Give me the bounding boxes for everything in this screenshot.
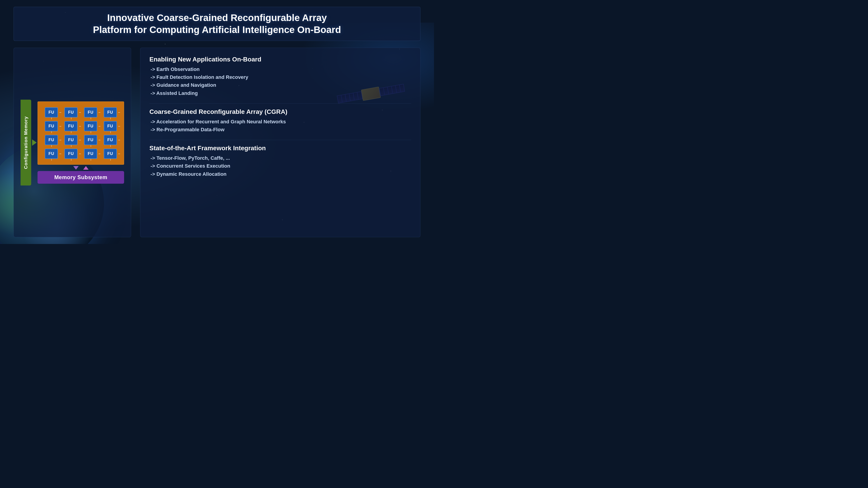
main-layout: Configuration Memory FU FU FU FU xyxy=(13,48,421,237)
section-framework-title: State-of-the-Art Framework Integration xyxy=(149,144,411,152)
fu-cell-2-0: FU xyxy=(41,133,61,147)
fu-cell-1-2: FU xyxy=(81,119,101,133)
fu-cell-3-0: FU xyxy=(41,147,61,161)
divider-1 xyxy=(149,103,411,104)
fu-box: FU xyxy=(64,149,78,159)
title-line2: Platform for Computing Artificial Intell… xyxy=(23,24,411,36)
app-item-2: -> Fault Detection Isolation and Recover… xyxy=(149,73,411,81)
app-item-3: -> Guidance and Navigation xyxy=(149,81,411,89)
divider-2 xyxy=(149,140,411,140)
fu-box: FU xyxy=(64,121,78,131)
arrow-up-icon xyxy=(83,166,89,170)
section-framework: State-of-the-Art Framework Integration -… xyxy=(149,144,411,178)
fu-box: FU xyxy=(104,149,117,159)
fu-grid-wrapper: FU FU FU FU FU FU FU FU FU FU xyxy=(37,101,124,165)
fu-cell-1-0: FU xyxy=(41,119,61,133)
fu-box: FU xyxy=(45,149,58,159)
memory-subsystem-label: Memory Subsystem xyxy=(37,171,124,184)
config-memory-label: Configuration Memory xyxy=(21,100,31,186)
config-arrow-right xyxy=(32,139,37,146)
fu-box: FU xyxy=(84,107,97,118)
fu-cell-0-2: FU xyxy=(81,105,101,119)
memory-arrows xyxy=(37,166,124,170)
fu-box: FU xyxy=(104,107,117,118)
title-line1: Innovative Coarse-Grained Reconfigurable… xyxy=(23,12,411,24)
cgra-item-2: -> Re-Programmable Data-Flow xyxy=(149,126,411,133)
main-title: Innovative Coarse-Grained Reconfigurable… xyxy=(23,12,411,36)
cgra-item-1: -> Acceleration for Recurrent and Graph … xyxy=(149,118,411,126)
fu-box: FU xyxy=(45,135,58,145)
fu-box: FU xyxy=(45,107,58,118)
fu-cell-1-1: FU xyxy=(61,119,81,133)
fu-cell-0-3: FU xyxy=(100,105,120,119)
section-cgra: Coarse-Grained Reconfigurable Array (CGR… xyxy=(149,108,411,133)
framework-item-2: -> Concurrent Services Execution xyxy=(149,162,411,170)
fu-cell-0-0: FU xyxy=(41,105,61,119)
fu-grid: FU FU FU FU FU FU FU FU FU FU xyxy=(41,105,120,161)
fu-cell-2-2: FU xyxy=(81,133,101,147)
fu-box: FU xyxy=(104,121,117,131)
fu-cell-3-1: FU xyxy=(61,147,81,161)
section-applications: Enabling New Applications On-Board -> Ea… xyxy=(149,56,411,97)
fu-cell-2-1: FU xyxy=(61,133,81,147)
fu-cell-2-3: FU xyxy=(100,133,120,147)
cgra-diagram: Configuration Memory FU FU FU FU xyxy=(21,100,124,186)
fu-box: FU xyxy=(104,135,117,145)
fu-cell-0-1: FU xyxy=(61,105,81,119)
fu-container: FU FU FU FU FU FU FU FU FU FU xyxy=(37,101,124,184)
framework-item-1: -> Tensor-Flow, PyTorch, Caffe, ... xyxy=(149,154,411,162)
section-applications-title: Enabling New Applications On-Board xyxy=(149,56,411,63)
section-cgra-title: Coarse-Grained Reconfigurable Array (CGR… xyxy=(149,108,411,116)
title-bar: Innovative Coarse-Grained Reconfigurable… xyxy=(13,7,421,41)
arrow-down-icon xyxy=(73,166,79,170)
fu-box: FU xyxy=(45,121,58,131)
app-item-4: -> Assisted Landing xyxy=(149,89,411,97)
fu-cell-3-2: FU xyxy=(81,147,101,161)
cgra-diagram-panel: Configuration Memory FU FU FU FU xyxy=(13,48,131,237)
fu-box: FU xyxy=(84,149,97,159)
main-content: Innovative Coarse-Grained Reconfigurable… xyxy=(0,0,434,244)
right-panel: Enabling New Applications On-Board -> Ea… xyxy=(140,48,421,237)
fu-box: FU xyxy=(84,135,97,145)
fu-box: FU xyxy=(64,135,78,145)
fu-cell-3-3: FU xyxy=(100,147,120,161)
fu-box: FU xyxy=(64,107,78,118)
app-item-1: -> Earth Observation xyxy=(149,65,411,73)
framework-item-3: -> Dynamic Resource Allocation xyxy=(149,170,411,178)
fu-box: FU xyxy=(84,121,97,131)
fu-cell-1-3: FU xyxy=(100,119,120,133)
